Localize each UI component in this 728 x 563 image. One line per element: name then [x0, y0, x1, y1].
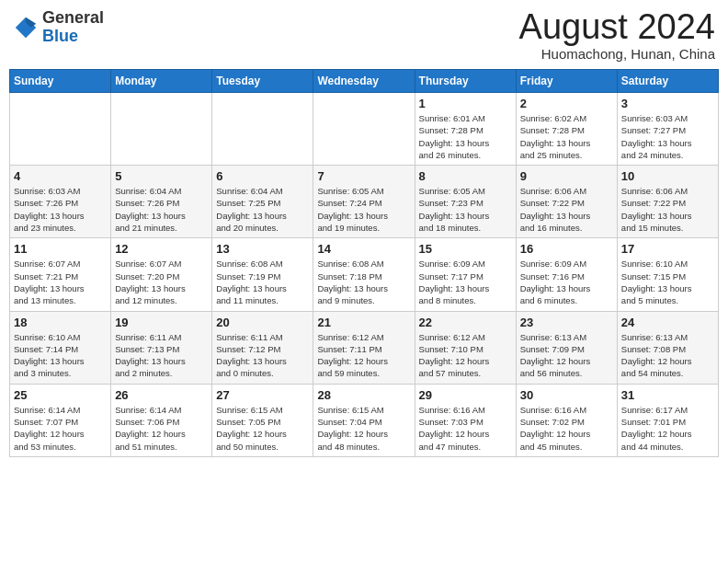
- calendar-cell: 29Sunrise: 6:16 AM Sunset: 7:03 PM Dayli…: [415, 384, 516, 456]
- calendar-cell: 25Sunrise: 6:14 AM Sunset: 7:07 PM Dayli…: [10, 384, 111, 456]
- day-number: 4: [14, 169, 107, 183]
- calendar-cell: 2Sunrise: 6:02 AM Sunset: 7:28 PM Daylig…: [516, 93, 617, 166]
- calendar-cell: 5Sunrise: 6:04 AM Sunset: 7:26 PM Daylig…: [111, 166, 212, 238]
- day-header-sunday: Sunday: [10, 70, 111, 93]
- day-info: Sunrise: 6:07 AM Sunset: 7:20 PM Dayligh…: [115, 258, 208, 306]
- day-number: 15: [419, 242, 512, 256]
- day-info: Sunrise: 6:14 AM Sunset: 7:06 PM Dayligh…: [115, 404, 208, 453]
- calendar-cell: 7Sunrise: 6:05 AM Sunset: 7:24 PM Daylig…: [313, 166, 415, 238]
- day-number: 22: [419, 316, 512, 329]
- calendar-cell: 19Sunrise: 6:11 AM Sunset: 7:13 PM Dayli…: [111, 311, 212, 384]
- day-number: 26: [115, 388, 208, 402]
- day-number: 28: [317, 388, 410, 402]
- calendar-cell: 13Sunrise: 6:08 AM Sunset: 7:19 PM Dayli…: [212, 238, 313, 311]
- day-info: Sunrise: 6:16 AM Sunset: 7:02 PM Dayligh…: [520, 404, 613, 453]
- calendar-cell: [111, 93, 212, 166]
- calendar-cell: 15Sunrise: 6:09 AM Sunset: 7:17 PM Dayli…: [415, 238, 516, 311]
- day-number: 6: [216, 169, 309, 183]
- day-info: Sunrise: 6:10 AM Sunset: 7:14 PM Dayligh…: [14, 331, 107, 380]
- calendar-cell: 26Sunrise: 6:14 AM Sunset: 7:06 PM Dayli…: [111, 384, 212, 456]
- day-number: 2: [520, 97, 613, 110]
- day-info: Sunrise: 6:06 AM Sunset: 7:22 PM Dayligh…: [621, 185, 714, 234]
- calendar-cell: [313, 93, 415, 166]
- day-info: Sunrise: 6:05 AM Sunset: 7:23 PM Dayligh…: [419, 185, 512, 234]
- day-info: Sunrise: 6:03 AM Sunset: 7:27 PM Dayligh…: [621, 112, 714, 161]
- day-info: Sunrise: 6:09 AM Sunset: 7:17 PM Dayligh…: [419, 258, 512, 306]
- calendar-cell: 11Sunrise: 6:07 AM Sunset: 7:21 PM Dayli…: [10, 238, 111, 311]
- month-year: August 2024: [519, 9, 715, 44]
- calendar-cell: [10, 93, 111, 166]
- day-number: 3: [621, 97, 714, 110]
- day-number: 17: [621, 242, 714, 256]
- day-number: 7: [317, 169, 410, 183]
- day-number: 20: [216, 316, 309, 329]
- day-info: Sunrise: 6:08 AM Sunset: 7:19 PM Dayligh…: [216, 258, 309, 306]
- calendar-cell: 31Sunrise: 6:17 AM Sunset: 7:01 PM Dayli…: [617, 384, 718, 456]
- calendar-cell: 1Sunrise: 6:01 AM Sunset: 7:28 PM Daylig…: [415, 93, 516, 166]
- calendar-cell: [212, 93, 313, 166]
- calendar-week-3: 11Sunrise: 6:07 AM Sunset: 7:21 PM Dayli…: [10, 238, 719, 311]
- calendar-cell: 18Sunrise: 6:10 AM Sunset: 7:14 PM Dayli…: [10, 311, 111, 384]
- day-number: 11: [14, 242, 107, 256]
- day-number: 16: [520, 242, 613, 256]
- location: Huomachong, Hunan, China: [519, 46, 715, 62]
- day-number: 19: [115, 316, 208, 329]
- day-number: 9: [520, 169, 613, 183]
- day-header-friday: Friday: [516, 70, 617, 93]
- calendar-cell: 24Sunrise: 6:13 AM Sunset: 7:08 PM Dayli…: [617, 311, 718, 384]
- calendar-cell: 22Sunrise: 6:12 AM Sunset: 7:10 PM Dayli…: [415, 311, 516, 384]
- day-number: 27: [216, 388, 309, 402]
- day-number: 18: [14, 316, 107, 329]
- day-info: Sunrise: 6:11 AM Sunset: 7:12 PM Dayligh…: [216, 331, 309, 380]
- title-block: August 2024 Huomachong, Hunan, China: [519, 9, 715, 62]
- day-number: 23: [520, 316, 613, 329]
- day-info: Sunrise: 6:03 AM Sunset: 7:26 PM Dayligh…: [14, 185, 107, 234]
- page-header: General Blue August 2024 Huomachong, Hun…: [9, 9, 719, 62]
- day-info: Sunrise: 6:07 AM Sunset: 7:21 PM Dayligh…: [14, 258, 107, 306]
- day-info: Sunrise: 6:08 AM Sunset: 7:18 PM Dayligh…: [317, 258, 410, 306]
- day-info: Sunrise: 6:15 AM Sunset: 7:04 PM Dayligh…: [317, 404, 410, 453]
- day-info: Sunrise: 6:13 AM Sunset: 7:09 PM Dayligh…: [520, 331, 613, 380]
- calendar-week-5: 25Sunrise: 6:14 AM Sunset: 7:07 PM Dayli…: [10, 384, 719, 456]
- logo-general-text: General: [42, 9, 104, 28]
- day-header-saturday: Saturday: [617, 70, 718, 93]
- day-info: Sunrise: 6:05 AM Sunset: 7:24 PM Dayligh…: [317, 185, 410, 234]
- calendar-cell: 4Sunrise: 6:03 AM Sunset: 7:26 PM Daylig…: [10, 166, 111, 238]
- day-number: 10: [621, 169, 714, 183]
- day-info: Sunrise: 6:12 AM Sunset: 7:11 PM Dayligh…: [317, 331, 410, 380]
- calendar-week-4: 18Sunrise: 6:10 AM Sunset: 7:14 PM Dayli…: [10, 311, 719, 384]
- day-info: Sunrise: 6:06 AM Sunset: 7:22 PM Dayligh…: [520, 185, 613, 234]
- day-number: 12: [115, 242, 208, 256]
- day-info: Sunrise: 6:01 AM Sunset: 7:28 PM Dayligh…: [419, 112, 512, 161]
- day-header-tuesday: Tuesday: [212, 70, 313, 93]
- day-number: 21: [317, 316, 410, 329]
- day-number: 5: [115, 169, 208, 183]
- calendar-cell: 28Sunrise: 6:15 AM Sunset: 7:04 PM Dayli…: [313, 384, 415, 456]
- calendar-cell: 6Sunrise: 6:04 AM Sunset: 7:25 PM Daylig…: [212, 166, 313, 238]
- calendar-cell: 27Sunrise: 6:15 AM Sunset: 7:05 PM Dayli…: [212, 384, 313, 456]
- day-number: 13: [216, 242, 309, 256]
- day-number: 25: [14, 388, 107, 402]
- day-header-row: SundayMondayTuesdayWednesdayThursdayFrid…: [10, 70, 719, 93]
- day-number: 24: [621, 316, 714, 329]
- day-info: Sunrise: 6:11 AM Sunset: 7:13 PM Dayligh…: [115, 331, 208, 380]
- day-info: Sunrise: 6:02 AM Sunset: 7:28 PM Dayligh…: [520, 112, 613, 161]
- calendar-cell: 30Sunrise: 6:16 AM Sunset: 7:02 PM Dayli…: [516, 384, 617, 456]
- day-info: Sunrise: 6:14 AM Sunset: 7:07 PM Dayligh…: [14, 404, 107, 453]
- calendar-cell: 23Sunrise: 6:13 AM Sunset: 7:09 PM Dayli…: [516, 311, 617, 384]
- calendar-cell: 9Sunrise: 6:06 AM Sunset: 7:22 PM Daylig…: [516, 166, 617, 238]
- logo-blue-text: Blue: [42, 28, 104, 46]
- logo-icon: [13, 15, 39, 40]
- day-info: Sunrise: 6:04 AM Sunset: 7:25 PM Dayligh…: [216, 185, 309, 234]
- calendar-cell: 8Sunrise: 6:05 AM Sunset: 7:23 PM Daylig…: [415, 166, 516, 238]
- day-info: Sunrise: 6:10 AM Sunset: 7:15 PM Dayligh…: [621, 258, 714, 306]
- day-header-wednesday: Wednesday: [313, 70, 415, 93]
- day-info: Sunrise: 6:16 AM Sunset: 7:03 PM Dayligh…: [419, 404, 512, 453]
- calendar-cell: 17Sunrise: 6:10 AM Sunset: 7:15 PM Dayli…: [617, 238, 718, 311]
- day-info: Sunrise: 6:04 AM Sunset: 7:26 PM Dayligh…: [115, 185, 208, 234]
- day-info: Sunrise: 6:15 AM Sunset: 7:05 PM Dayligh…: [216, 404, 309, 453]
- day-info: Sunrise: 6:09 AM Sunset: 7:16 PM Dayligh…: [520, 258, 613, 306]
- calendar-table: SundayMondayTuesdayWednesdayThursdayFrid…: [9, 69, 719, 457]
- calendar-cell: 16Sunrise: 6:09 AM Sunset: 7:16 PM Dayli…: [516, 238, 617, 311]
- day-header-thursday: Thursday: [415, 70, 516, 93]
